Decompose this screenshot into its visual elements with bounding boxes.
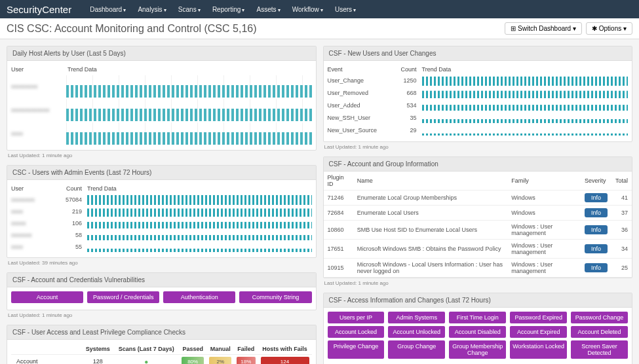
sparkline: [422, 125, 629, 136]
sparkline: [66, 122, 312, 145]
sparkline: [87, 218, 312, 228]
admin-row[interactable]: xxxxx106: [11, 218, 312, 228]
sparkline: [87, 194, 312, 205]
brand: SecurityCenter: [7, 4, 71, 15]
page-title: CIS CSC: Account Monitoring and Control …: [7, 23, 257, 35]
last-updated: Last Updated: 1 minute ago: [7, 310, 317, 318]
severity-badge: Info: [585, 208, 608, 217]
nav-dashboard[interactable]: Dashboard: [85, 3, 131, 16]
navbar: SecurityCenter DashboardAnalysisScansRep…: [0, 0, 639, 18]
table-row[interactable]: 72684Enumerate Local UsersWindowsInfo37: [324, 206, 632, 221]
card-title: CSC - Users with Admin Events (Last 72 H…: [7, 166, 316, 180]
nav-scans[interactable]: Scans: [173, 3, 206, 16]
event-row[interactable]: User_Change1250: [328, 75, 629, 86]
filter-pill[interactable]: Account Unlocked: [388, 326, 445, 338]
card-title: CSF - User Access and Least Privilege Co…: [7, 325, 316, 340]
filter-pill[interactable]: Account Disabled: [449, 326, 506, 338]
sparkline: [87, 230, 312, 240]
nav-analysis[interactable]: Analysis: [132, 3, 171, 16]
sparkline: [66, 75, 312, 98]
sparkline: [422, 88, 629, 98]
passed-bar: 80%: [182, 357, 204, 364]
filter-pill[interactable]: Screen Saver Detected: [571, 340, 628, 359]
last-updated: Last Updated: 1 minute ago: [7, 151, 317, 158]
card-title: CSF - Account and Credentials Vulnerabil…: [7, 273, 316, 287]
event-row[interactable]: User_Removed668: [328, 88, 629, 98]
card-title: CSF - Account and Group Information: [324, 157, 632, 172]
card-compliance: CSF - User Access and Least Privilege Co…: [7, 325, 317, 364]
admin-row[interactable]: xxxxxxx58: [11, 230, 312, 240]
last-updated: Last Updated: 39 minutes ago: [7, 258, 317, 266]
card-admin-events: CSC - Users with Admin Events (Last 72 H…: [7, 165, 317, 258]
filter-pill[interactable]: Password Change: [571, 312, 628, 323]
event-row[interactable]: User_Added534: [328, 100, 629, 111]
admin-row[interactable]: xxxxxxxx57084: [11, 194, 312, 205]
filter-pill[interactable]: Password Expired: [510, 312, 567, 323]
host-row[interactable]: xxxxxxxxx: [11, 75, 312, 98]
table-row[interactable]: Account128●80%2%18%124: [11, 355, 312, 365]
card-daily-host-alerts: Daily Host Alerts by User (Last 5 Days) …: [7, 46, 317, 151]
nav-assets[interactable]: Assets: [251, 3, 285, 16]
filter-pill[interactable]: Password / Credentials: [87, 291, 159, 303]
sparkline: [66, 99, 312, 121]
filter-pill[interactable]: Account Deleted: [571, 326, 628, 338]
card-access-info: CSF - Access Information and Changes (La…: [323, 293, 633, 364]
filter-pill[interactable]: Admin Systems: [388, 312, 445, 323]
nav-reporting[interactable]: Reporting: [207, 3, 250, 16]
switch-dashboard-button[interactable]: ⊞ Switch Dashboard ▾: [505, 22, 582, 35]
event-row[interactable]: New_User_Source29: [328, 125, 629, 136]
table-row[interactable]: 71246Enumerate Local Group MembershipsWi…: [324, 191, 632, 206]
filter-pill[interactable]: Community String: [239, 291, 311, 303]
options-button[interactable]: ✱ Options ▾: [586, 22, 632, 35]
sparkline: [422, 75, 629, 86]
filter-pill[interactable]: Account Expired: [510, 326, 567, 338]
check-icon: ●: [144, 358, 148, 365]
nav-workflow[interactable]: Workflow: [287, 3, 328, 16]
card-title: CSF - Access Information and Changes (La…: [324, 293, 632, 308]
sparkline: [422, 113, 629, 123]
admin-row[interactable]: xxxx55: [11, 242, 312, 252]
filter-pill[interactable]: Authentication: [163, 291, 235, 303]
sparkline: [422, 100, 629, 111]
severity-badge: Info: [585, 263, 608, 272]
card-title: Daily Host Alerts by User (Last 5 Days): [7, 46, 316, 61]
page-header: CIS CSC: Account Monitoring and Control …: [0, 18, 639, 39]
sparkline: [87, 206, 312, 217]
filter-pill[interactable]: Workstation Locked: [510, 340, 567, 359]
sparkline: [87, 242, 312, 252]
filter-pill[interactable]: Group Membership Change: [449, 340, 506, 359]
last-updated: Last Updated: 1 minute ago: [323, 142, 633, 150]
admin-row[interactable]: xxxx219: [11, 206, 312, 217]
severity-badge: Info: [585, 225, 608, 234]
last-updated: Last Updated: 1 minute ago: [323, 278, 633, 286]
host-row[interactable]: xxxx: [11, 122, 312, 145]
event-row[interactable]: New_SSH_User35: [328, 113, 629, 123]
filter-pill[interactable]: Account Locked: [328, 326, 385, 338]
severity-badge: Info: [585, 244, 608, 253]
table-row[interactable]: 10860SMB Use Host SID to Enumerate Local…: [324, 221, 632, 240]
card-cred-vuln: CSF - Account and Credentials Vulnerabil…: [7, 272, 317, 310]
filter-pill[interactable]: First Time Login: [449, 312, 506, 323]
compliance-table: SystemsScans (Last 7 Days)PassedManualFa…: [11, 344, 312, 364]
filter-pill[interactable]: Users per IP: [328, 312, 385, 323]
severity-badge: Info: [585, 193, 608, 202]
card-new-users: CSF - New Users and User Changes EventCo…: [323, 46, 633, 142]
account-group-table: Plugin ID Name Family Severity Total 712…: [324, 172, 632, 278]
table-row[interactable]: 17651Microsoft Windows SMB : Obtains the…: [324, 240, 632, 259]
host-row[interactable]: xxxxxxxxxxxxx: [11, 99, 312, 121]
manual-bar: 2%: [209, 357, 231, 364]
filter-pill[interactable]: Group Change: [388, 340, 445, 359]
hosts-bar: 124: [261, 357, 309, 364]
filter-pill[interactable]: Account: [11, 291, 83, 303]
table-row[interactable]: 10915Microsoft Windows - Local Users Inf…: [324, 259, 632, 278]
failed-bar: 18%: [237, 357, 255, 364]
card-account-group: CSF - Account and Group Information Plug…: [323, 156, 633, 278]
filter-pill[interactable]: Privilege Change: [328, 340, 385, 359]
card-title: CSF - New Users and User Changes: [324, 46, 632, 61]
nav-users[interactable]: Users: [330, 3, 361, 16]
nav-items: DashboardAnalysisScansReportingAssetsWor…: [85, 3, 361, 16]
